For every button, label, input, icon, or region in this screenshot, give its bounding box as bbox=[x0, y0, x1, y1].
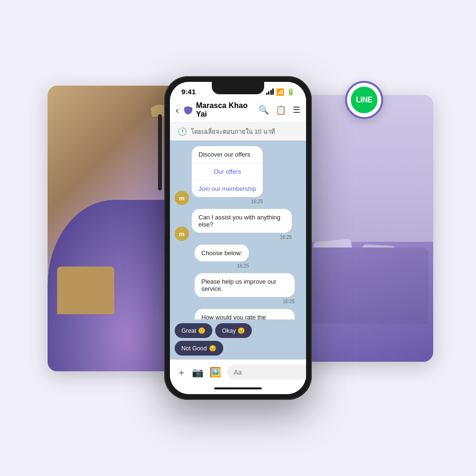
msg-bubble-1: Can I assist you with anything else? bbox=[192, 209, 292, 233]
shield-icon bbox=[183, 105, 192, 115]
message-row-offer: m Discover our offers Our offers Join ou… bbox=[175, 146, 301, 205]
msg-col-2: Choose below: 16:25 bbox=[195, 245, 249, 269]
bed-shape bbox=[305, 248, 428, 324]
notch bbox=[212, 82, 264, 94]
msg-col-3: Please help us improve our service. 16:2… bbox=[195, 273, 295, 305]
msg-bubble-2: Choose below: bbox=[195, 245, 249, 261]
home-indicator bbox=[170, 385, 306, 394]
line-logo: LINE bbox=[351, 87, 377, 113]
quick-reply-great-emoji: 🙂 bbox=[198, 327, 206, 334]
signal-bar-1 bbox=[266, 93, 268, 95]
line-text: LINE bbox=[356, 96, 372, 104]
lamp-shape bbox=[158, 114, 162, 190]
status-icons: 📶 🔋 bbox=[266, 88, 295, 96]
bg-card-right bbox=[300, 95, 433, 362]
signal-bars bbox=[266, 89, 274, 95]
quick-replies: Great 🙂 Okay 😐 Not Good 😔 bbox=[170, 319, 306, 359]
offer-link-1[interactable]: Our offers bbox=[192, 163, 263, 180]
response-banner: 🕐 โดยเฉลี่ยจะตอบภายใน 10 นาที bbox=[170, 123, 306, 140]
message-row-1: m Can I assist you with anything else? 1… bbox=[175, 209, 301, 241]
bg-card-left bbox=[48, 86, 181, 371]
image-icon[interactable]: 🖼️ bbox=[209, 367, 221, 378]
quick-reply-okay-label: Okay bbox=[222, 327, 236, 334]
clock-icon: 🕐 bbox=[178, 127, 187, 136]
offer-card: Discover our offers Our offers Join our … bbox=[192, 146, 263, 197]
phone-frame: 9:41 📶 🔋 ‹ Marasca Khao Yai 🔍 � bbox=[164, 76, 312, 400]
quick-reply-okay-emoji: 😐 bbox=[238, 327, 245, 334]
response-text: โดยเฉลี่ยจะตอบภายใน 10 นาที bbox=[191, 127, 275, 137]
chat-area: m Discover our offers Our offers Join ou… bbox=[170, 140, 306, 319]
input-area: ＋ 📷 🖼️ 🙂 🎙️ bbox=[170, 359, 306, 385]
signal-bar-3 bbox=[270, 90, 272, 95]
signal-bar-2 bbox=[268, 91, 269, 95]
msg-timestamp-3: 16:25 bbox=[283, 299, 295, 304]
menu-button[interactable]: ☰ bbox=[293, 105, 300, 115]
quick-reply-notgood[interactable]: Not Good 😔 bbox=[175, 341, 223, 356]
message-row-2: Choose below: 16:25 bbox=[175, 245, 301, 269]
chat-title: Marasca Khao Yai bbox=[196, 101, 255, 119]
line-badge[interactable]: LINE bbox=[345, 81, 383, 119]
msg-col-4: How would you rate the support you recei… bbox=[195, 309, 295, 319]
battery-icon: 🔋 bbox=[287, 88, 295, 96]
header-icons: 🔍 📋 ☰ bbox=[258, 105, 300, 115]
phone-screen: 9:41 📶 🔋 ‹ Marasca Khao Yai 🔍 � bbox=[170, 82, 306, 394]
offer-timestamp: 16:25 bbox=[251, 199, 263, 204]
quick-reply-okay[interactable]: Okay 😐 bbox=[215, 323, 252, 338]
quick-reply-notgood-emoji: 😔 bbox=[209, 345, 217, 352]
quick-reply-great-label: Great bbox=[181, 327, 196, 334]
message-input[interactable] bbox=[227, 365, 306, 380]
quick-reply-great[interactable]: Great 🙂 bbox=[175, 323, 212, 338]
quick-reply-notgood-label: Not Good bbox=[181, 345, 207, 352]
wifi-icon: 📶 bbox=[276, 88, 284, 96]
msg-col-1: Can I assist you with anything else? 16:… bbox=[192, 209, 292, 241]
back-button[interactable]: ‹ bbox=[176, 105, 179, 116]
msg-timestamp-2: 16:25 bbox=[237, 263, 249, 268]
message-row-3: Please help us improve our service. 16:2… bbox=[175, 273, 301, 305]
signal-bar-4 bbox=[272, 89, 274, 95]
msg-bubble-3: Please help us improve our service. bbox=[195, 273, 295, 297]
add-icon[interactable]: ＋ bbox=[177, 366, 186, 379]
message-row-4: How would you rate the support you recei… bbox=[175, 309, 301, 319]
search-button[interactable]: 🔍 bbox=[258, 105, 269, 115]
msg-timestamp-1: 16:25 bbox=[280, 235, 292, 240]
offer-link-2[interactable]: Join our membership bbox=[192, 180, 263, 197]
bot-avatar: m bbox=[175, 191, 189, 205]
chair-shape bbox=[57, 267, 114, 314]
chat-header: ‹ Marasca Khao Yai 🔍 📋 ☰ bbox=[170, 98, 306, 123]
offer-msg-col: Discover our offers Our offers Join our … bbox=[192, 146, 263, 205]
status-time: 9:41 bbox=[181, 88, 196, 96]
camera-icon[interactable]: 📷 bbox=[192, 367, 204, 378]
notes-button[interactable]: 📋 bbox=[276, 105, 286, 115]
msg-bubble-4: How would you rate the support you recei… bbox=[195, 309, 295, 319]
home-bar bbox=[214, 387, 262, 389]
bot-avatar-2: m bbox=[175, 227, 189, 241]
offer-title: Discover our offers bbox=[192, 146, 263, 163]
